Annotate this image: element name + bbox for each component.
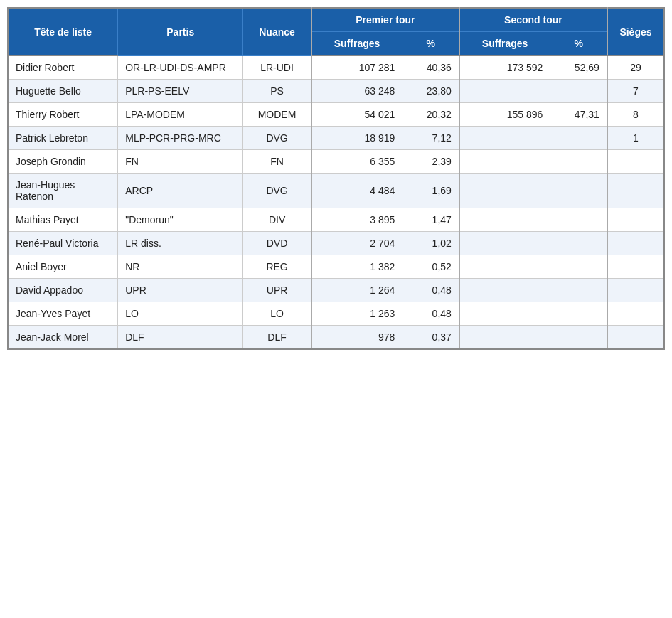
table-cell: David Appadoo <box>8 279 118 302</box>
table-cell <box>459 150 550 174</box>
table-cell: 29 <box>607 55 664 80</box>
table-cell: OR-LR-UDI-DS-AMPR <box>118 55 243 80</box>
table-row: Jean-Jack MorelDLFDLF9780,37 <box>8 326 664 350</box>
col-header-suffrages2: Suffrages <box>459 32 550 56</box>
table-cell <box>459 326 550 350</box>
table-cell: 2 704 <box>311 232 402 255</box>
table-cell: ARCP <box>118 174 243 208</box>
table-cell <box>550 302 607 326</box>
table-cell: Thierry Robert <box>8 103 118 127</box>
table-row: Aniel BoyerNRREG1 3820,52 <box>8 255 664 279</box>
table-row: Didier RobertOR-LR-UDI-DS-AMPRLR-UDI107 … <box>8 55 664 80</box>
table-cell <box>550 127 607 150</box>
table-cell <box>550 326 607 350</box>
table-cell: LO <box>243 302 311 326</box>
table-cell: 6 355 <box>311 150 402 174</box>
table-row: Jean-Yves PayetLOLO1 2630,48 <box>8 302 664 326</box>
table-cell: Jean-Hugues Ratenon <box>8 174 118 208</box>
table-cell <box>550 150 607 174</box>
table-cell <box>459 302 550 326</box>
table-cell: 1 263 <box>311 302 402 326</box>
table-row: Huguette BelloPLR-PS-EELVPS63 24823,807 <box>8 80 664 103</box>
table-cell: PLR-PS-EELV <box>118 80 243 103</box>
table-cell <box>550 232 607 255</box>
table-cell <box>607 326 664 350</box>
table-cell: 18 919 <box>311 127 402 150</box>
table-cell <box>550 174 607 208</box>
table-cell: 155 896 <box>459 103 550 127</box>
table-cell: DVD <box>243 232 311 255</box>
table-cell: 1,47 <box>402 208 459 232</box>
col-header-second-tour: Second tour <box>459 8 607 32</box>
table-cell: 0,52 <box>402 255 459 279</box>
table-cell: "Demorun" <box>118 208 243 232</box>
table-cell <box>550 255 607 279</box>
table-cell: Patrick Lebreton <box>8 127 118 150</box>
table-cell <box>607 174 664 208</box>
col-header-partis: Partis <box>118 8 243 55</box>
table-cell: 1 382 <box>311 255 402 279</box>
table-cell: PS <box>243 80 311 103</box>
col-header-pct2: % <box>550 32 607 56</box>
table-cell <box>550 208 607 232</box>
table-cell <box>607 150 664 174</box>
table-cell: 7,12 <box>402 127 459 150</box>
table-row: Joseph GrondinFNFN6 3552,39 <box>8 150 664 174</box>
table-cell: 1 <box>607 127 664 150</box>
table-cell: DLF <box>118 326 243 350</box>
table-row: David AppadooUPRUPR1 2640,48 <box>8 279 664 302</box>
col-header-pct1: % <box>402 32 459 56</box>
table-cell: 63 248 <box>311 80 402 103</box>
table-body: Didier RobertOR-LR-UDI-DS-AMPRLR-UDI107 … <box>8 55 664 349</box>
col-header-sieges: Sièges <box>607 8 664 55</box>
table-cell <box>550 279 607 302</box>
table-cell: LR-UDI <box>243 55 311 80</box>
table-cell <box>607 302 664 326</box>
table-cell: 2,39 <box>402 150 459 174</box>
table-cell: MLP-PCR-PRG-MRC <box>118 127 243 150</box>
election-table: Tête de liste Partis Nuance Premier tour… <box>7 7 665 350</box>
table-cell: 54 021 <box>311 103 402 127</box>
col-header-premier-tour: Premier tour <box>311 8 459 32</box>
table-cell: 0,48 <box>402 279 459 302</box>
header-row-groups: Tête de liste Partis Nuance Premier tour… <box>8 8 664 32</box>
table-row: Thierry RobertLPA-MODEMMODEM54 02120,321… <box>8 103 664 127</box>
table-cell: FN <box>118 150 243 174</box>
table-cell: 20,32 <box>402 103 459 127</box>
table-cell: 978 <box>311 326 402 350</box>
table-cell: FN <box>243 150 311 174</box>
table-row: René-Paul VictoriaLR diss.DVD2 7041,02 <box>8 232 664 255</box>
table-cell: LO <box>118 302 243 326</box>
table-cell: Jean-Yves Payet <box>8 302 118 326</box>
table-cell: LPA-MODEM <box>118 103 243 127</box>
table-cell: 52,69 <box>550 55 607 80</box>
table-cell: 23,80 <box>402 80 459 103</box>
table-wrapper: Tête de liste Partis Nuance Premier tour… <box>7 7 665 350</box>
table-cell: 1,02 <box>402 232 459 255</box>
table-cell: Mathias Payet <box>8 208 118 232</box>
table-cell: 4 484 <box>311 174 402 208</box>
table-cell <box>459 127 550 150</box>
table-row: Jean-Hugues RatenonARCPDVG4 4841,69 <box>8 174 664 208</box>
table-cell: 1 264 <box>311 279 402 302</box>
table-cell: 7 <box>607 80 664 103</box>
table-cell <box>459 232 550 255</box>
table-row: Patrick LebretonMLP-PCR-PRG-MRCDVG18 919… <box>8 127 664 150</box>
table-cell: 47,31 <box>550 103 607 127</box>
table-cell: UPR <box>118 279 243 302</box>
table-cell: 8 <box>607 103 664 127</box>
table-cell <box>607 255 664 279</box>
table-cell: LR diss. <box>118 232 243 255</box>
table-cell: René-Paul Victoria <box>8 232 118 255</box>
table-cell: DLF <box>243 326 311 350</box>
table-cell <box>607 208 664 232</box>
col-header-suffrages1: Suffrages <box>311 32 402 56</box>
table-cell <box>459 80 550 103</box>
table-cell: 107 281 <box>311 55 402 80</box>
col-header-tete: Tête de liste <box>8 8 118 55</box>
table-cell: MODEM <box>243 103 311 127</box>
table-cell: 3 895 <box>311 208 402 232</box>
table-row: Mathias Payet"Demorun"DIV3 8951,47 <box>8 208 664 232</box>
table-cell: Aniel Boyer <box>8 255 118 279</box>
table-cell: DIV <box>243 208 311 232</box>
